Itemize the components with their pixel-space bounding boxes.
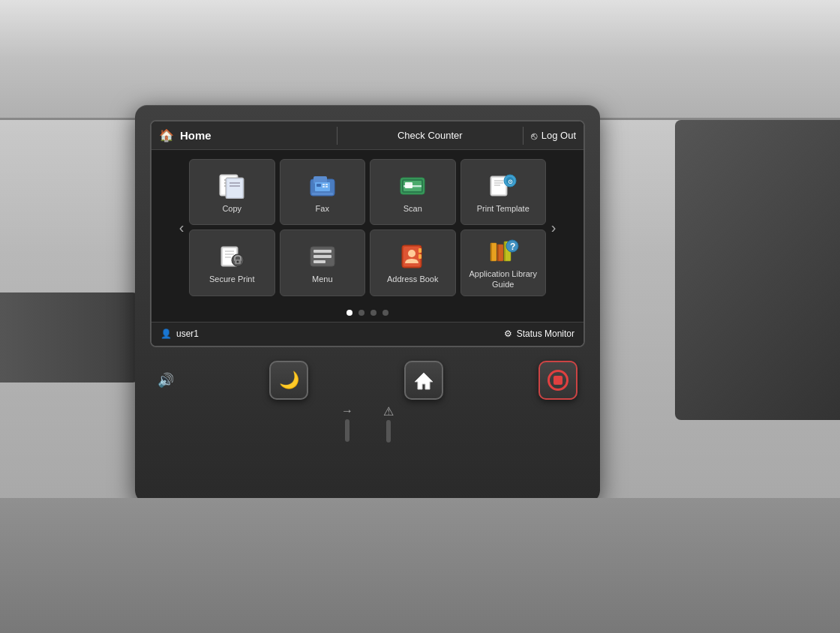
grid-area: ‹ [152, 150, 584, 305]
nav-left-arrow[interactable]: ‹ [174, 219, 189, 236]
app-library-label: Application Library Guide [466, 269, 542, 289]
printer-body: 🏠 Home Check Counter ⎋ Log Out ‹ [0, 0, 840, 633]
physical-buttons-row: 🔊 🌙 [150, 361, 585, 400]
svg-text:⊙: ⊙ [508, 178, 513, 185]
menu-tile[interactable]: Menu [280, 230, 366, 296]
scan-label: Scan [404, 204, 422, 214]
user-label: user1 [176, 328, 199, 339]
secure-print-icon [216, 243, 248, 270]
svg-rect-14 [326, 184, 328, 185]
svg-rect-54 [504, 242, 506, 261]
svg-rect-42 [314, 255, 332, 258]
address-book-tile[interactable]: Address Book [370, 230, 456, 296]
dot-3[interactable] [370, 310, 376, 316]
svg-rect-48 [418, 254, 422, 259]
app-grid: Copy [189, 159, 546, 296]
topbar-divider [337, 127, 338, 145]
dot-2[interactable] [358, 310, 364, 316]
stop-icon [548, 370, 568, 391]
svg-rect-16 [326, 186, 328, 188]
lcd-screen: 🏠 Home Check Counter ⎋ Log Out ‹ [150, 120, 585, 347]
monitor-icon: ⚙ [504, 328, 512, 339]
print-template-icon: ⊙ [488, 172, 519, 200]
topbar-divider2 [523, 127, 524, 145]
speaker-icon: 🔊 [158, 372, 174, 388]
svg-rect-13 [322, 184, 325, 185]
sleep-icon: 🌙 [279, 370, 299, 390]
copy-tile[interactable]: Copy [189, 159, 275, 225]
led-dot-1 [345, 419, 350, 442]
dot-1[interactable] [346, 310, 352, 316]
svg-rect-17 [312, 193, 333, 195]
warning-arrow: ⚠ [383, 404, 394, 418]
logout-label: Log Out [542, 130, 576, 141]
svg-text:?: ? [510, 242, 515, 252]
svg-rect-12 [316, 184, 321, 187]
monitor-label: Status Monitor [517, 328, 574, 339]
left-tray [0, 292, 139, 382]
dot-4[interactable] [382, 310, 388, 316]
printer-bottom [0, 498, 840, 633]
logout-button[interactable]: ⎋ Log Out [531, 130, 576, 142]
status-monitor-button[interactable]: ⚙ Status Monitor [504, 328, 574, 339]
home-label: Home [180, 129, 212, 142]
home-icon: 🏠 [159, 128, 174, 142]
printer-top-bar [0, 0, 840, 120]
fax-tile[interactable]: Fax [280, 159, 366, 225]
secure-print-tile[interactable]: Secure Print [189, 230, 275, 296]
fax-icon [307, 172, 338, 200]
address-book-label: Address Book [387, 274, 438, 284]
data-in-arrow: → [341, 404, 353, 418]
screen-topbar: 🏠 Home Check Counter ⎋ Log Out [152, 122, 584, 150]
scan-tile[interactable]: Scan [370, 159, 456, 225]
led-warning: ⚠ [383, 404, 394, 442]
scan-icon [397, 172, 428, 200]
led-dot-2 [386, 420, 391, 442]
statusbar-user: 👤 user1 [160, 328, 504, 339]
user-icon: 👤 [160, 328, 172, 339]
home-section: 🏠 Home [159, 128, 329, 142]
svg-rect-6 [227, 179, 242, 197]
nav-right-arrow[interactable]: › [546, 219, 561, 236]
home-button[interactable] [404, 361, 443, 400]
led-row: → ⚠ [150, 404, 585, 442]
svg-rect-15 [322, 186, 325, 188]
app-library-icon: ? [488, 238, 519, 265]
led-data-in: → [341, 404, 353, 442]
control-panel: 🏠 Home Check Counter ⎋ Log Out ‹ [135, 105, 600, 502]
address-book-icon [397, 243, 428, 270]
svg-rect-50 [490, 243, 492, 261]
check-counter-button[interactable]: Check Counter [345, 130, 515, 141]
fax-label: Fax [316, 204, 329, 214]
app-library-tile[interactable]: ? Application Library Guide [460, 230, 547, 296]
svg-rect-43 [314, 260, 326, 263]
stop-button[interactable] [538, 361, 578, 400]
svg-rect-41 [314, 250, 332, 253]
svg-rect-47 [418, 248, 422, 253]
secure-print-label: Secure Print [209, 274, 255, 284]
copy-label: Copy [222, 204, 242, 214]
screen-statusbar: 👤 user1 ⚙ Status Monitor [152, 322, 584, 346]
sleep-button[interactable]: 🌙 [269, 361, 308, 400]
stop-inner [554, 376, 562, 385]
svg-point-46 [408, 250, 416, 257]
print-template-label: Print Template [477, 204, 530, 214]
right-panel [675, 120, 840, 420]
svg-rect-52 [497, 244, 499, 261]
logout-icon: ⎋ [531, 130, 537, 142]
svg-point-39 [237, 260, 239, 262]
menu-icon [307, 243, 338, 270]
home-button-icon [413, 370, 434, 391]
print-template-tile[interactable]: ⊙ Print Template [460, 159, 547, 225]
copy-icon [216, 172, 248, 200]
pagination [152, 305, 584, 322]
menu-label: Menu [312, 274, 333, 284]
